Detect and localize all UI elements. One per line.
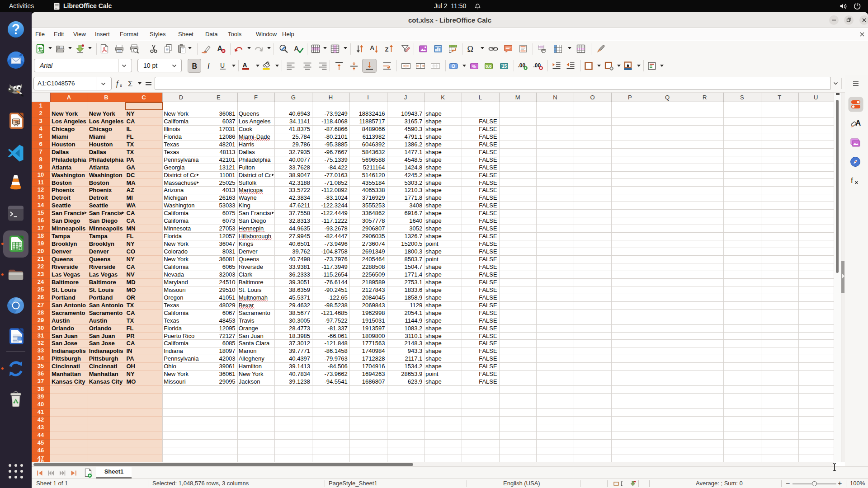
svg-text:0.0: 0.0 xyxy=(486,64,491,69)
svg-text:A: A xyxy=(243,61,247,69)
svg-text:Σ: Σ xyxy=(128,80,133,88)
svg-text:Z: Z xyxy=(385,46,389,53)
svg-text:15: 15 xyxy=(502,64,507,69)
svg-text:B: B xyxy=(192,62,198,70)
svg-text:f: f xyxy=(116,80,119,88)
svg-text:%: % xyxy=(472,64,476,69)
svg-text:Ω: Ω xyxy=(467,45,473,54)
svg-text:U: U xyxy=(220,62,225,69)
svg-text:A: A xyxy=(370,44,375,51)
svg-text:f: f xyxy=(851,176,853,185)
svg-text:x: x xyxy=(120,83,122,88)
svg-text:I: I xyxy=(208,62,210,70)
